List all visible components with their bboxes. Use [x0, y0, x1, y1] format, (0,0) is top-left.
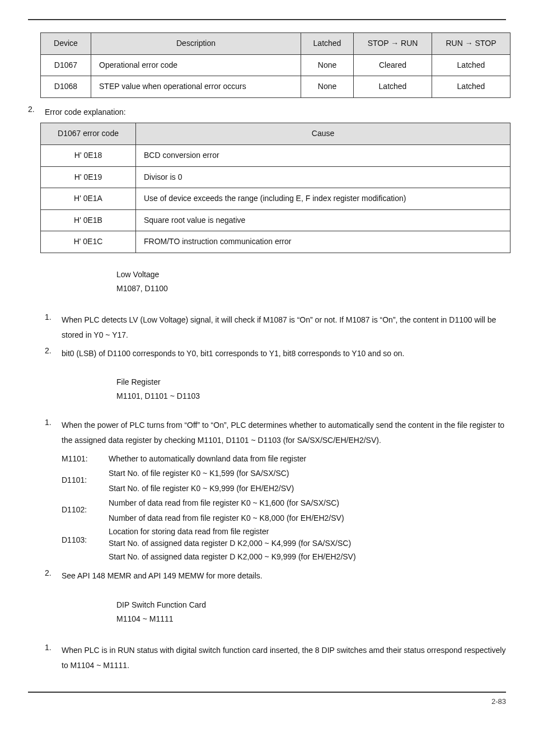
- page-content: Device Description Latched STOP → RUN RU…: [0, 0, 534, 716]
- list-item: 2. Error code explanation:: [28, 105, 506, 120]
- list-item: 2. bit0 (LSB) of D1100 corresponds to Y0…: [45, 346, 506, 361]
- cell: BCD conversion error: [136, 144, 510, 166]
- item-number: 2.: [45, 568, 62, 584]
- item-number: 2.: [28, 105, 45, 120]
- section-title: File Register: [116, 375, 506, 389]
- device-table: Device Description Latched STOP → RUN RU…: [40, 32, 510, 98]
- section-title: Low Voltage: [116, 268, 506, 282]
- def-line: Start No. of file register K0 ~ K1,599 (…: [109, 466, 506, 481]
- section-title: DIP Switch Function Card: [116, 598, 506, 612]
- col-cause: Cause: [136, 123, 510, 145]
- cell: STEP value when operational error occurs: [91, 76, 301, 98]
- cell: Latched: [432, 54, 510, 76]
- section-dip-switch: DIP Switch Function Card M1104 ~ M1111: [116, 598, 506, 626]
- cell: Use of device exceeds the range (includi…: [136, 188, 510, 210]
- cell: H' 0E1C: [41, 231, 136, 253]
- col-device: Device: [41, 33, 91, 55]
- def-line: Start No. of assigned data register D K2…: [109, 538, 506, 549]
- table-row: H' 0E1BSquare root value is negative: [41, 209, 510, 231]
- page-footer: 2-83: [28, 692, 506, 706]
- cell: None: [301, 76, 354, 98]
- cell: H' 0E18: [41, 144, 136, 166]
- table-row: H' 0E1AUse of device exceeds the range (…: [41, 188, 510, 210]
- cell: Latched: [354, 76, 432, 98]
- cell: D1068: [41, 76, 91, 98]
- cell: H' 0E19: [41, 166, 136, 188]
- item-text: When PLC is in RUN status with digital s…: [62, 643, 506, 673]
- cell: Divisor is 0: [136, 166, 510, 188]
- section-subtitle: M1101, D1101 ~ D1103: [116, 389, 506, 403]
- list-item: 1. When the power of PLC turns from “Off…: [45, 418, 506, 447]
- cell: Cleared: [354, 54, 432, 76]
- cell: Operational error code: [91, 54, 301, 76]
- cell: Square root value is negative: [136, 209, 510, 231]
- col-stop-run: STOP → RUN: [354, 33, 432, 55]
- col-latched: Latched: [301, 33, 354, 55]
- def-line: Start No. of file register K0 ~ K9,999 (…: [109, 481, 506, 496]
- def-value: Number of data read from file register K…: [109, 496, 506, 525]
- table-row: H' 0E1CFROM/TO instruction communication…: [41, 231, 510, 253]
- page-number: 2-83: [491, 697, 506, 706]
- def-value: Start No. of file register K0 ~ K1,599 (…: [109, 466, 506, 496]
- list-item: 1. When PLC detects LV (Low Voltage) sig…: [45, 312, 506, 342]
- table-row: H' 0E18BCD conversion error: [41, 144, 510, 166]
- def-value: Whether to automatically downland data f…: [109, 451, 506, 466]
- item-text: See API 148 MEMR and API 149 MEMW for mo…: [62, 568, 506, 584]
- cell: None: [301, 54, 354, 76]
- def-row: M1101: Whether to automatically downland…: [62, 451, 506, 466]
- item-text: When PLC detects LV (Low Voltage) signal…: [62, 312, 506, 342]
- item-text: bit0 (LSB) of D1100 corresponds to Y0, b…: [62, 346, 506, 361]
- item-number: 1.: [45, 643, 62, 673]
- section-low-voltage: Low Voltage M1087, D1100: [116, 268, 506, 296]
- table-row: H' 0E19Divisor is 0: [41, 166, 510, 188]
- def-key: M1101:: [62, 451, 109, 466]
- cell: FROM/TO instruction communication error: [136, 231, 510, 253]
- def-value: Location for storing data read from file…: [109, 526, 506, 564]
- section-subtitle: M1104 ~ M1111: [116, 612, 506, 626]
- error-code-table: D1067 error code Cause H' 0E18BCD conver…: [40, 123, 510, 253]
- def-line: Number of data read from file register K…: [109, 496, 506, 511]
- item-text: Error code explanation:: [45, 105, 506, 120]
- table-row: D1068 STEP value when operational error …: [41, 76, 510, 98]
- def-row: D1103: Location for storing data read fr…: [62, 526, 506, 564]
- cell: Latched: [432, 76, 510, 98]
- cell: H' 0E1B: [41, 209, 136, 231]
- item-number: 1.: [45, 312, 62, 342]
- cell: D1067: [41, 54, 91, 76]
- section-file-register: File Register M1101, D1101 ~ D1103: [116, 375, 506, 403]
- def-key: D1101:: [62, 466, 109, 496]
- def-row: D1101: Start No. of file register K0 ~ K…: [62, 466, 506, 496]
- list-item: 1. When PLC is in RUN status with digita…: [45, 643, 506, 673]
- item-text: When the power of PLC turns from “Off” t…: [62, 418, 506, 447]
- def-line: Number of data read from file register K…: [109, 511, 506, 526]
- section-subtitle: M1087, D1100: [116, 282, 506, 296]
- col-description: Description: [91, 33, 301, 55]
- def-key: D1102:: [62, 496, 109, 525]
- item-number: 1.: [45, 418, 62, 447]
- def-key: D1103:: [62, 526, 109, 564]
- item-number: 2.: [45, 346, 62, 361]
- def-row: D1102: Number of data read from file reg…: [62, 496, 506, 525]
- col-run-stop: RUN → STOP: [432, 33, 510, 55]
- list-item: 2. See API 148 MEMR and API 149 MEMW for…: [45, 568, 506, 584]
- cell: H' 0E1A: [41, 188, 136, 210]
- top-rule: [28, 19, 506, 20]
- def-line: Location for storing data read from file…: [109, 526, 506, 538]
- col-error-code: D1067 error code: [41, 123, 136, 145]
- table-row: D1067 Operational error code None Cleare…: [41, 54, 510, 76]
- def-line: Start No. of assigned data register D K2…: [109, 549, 506, 564]
